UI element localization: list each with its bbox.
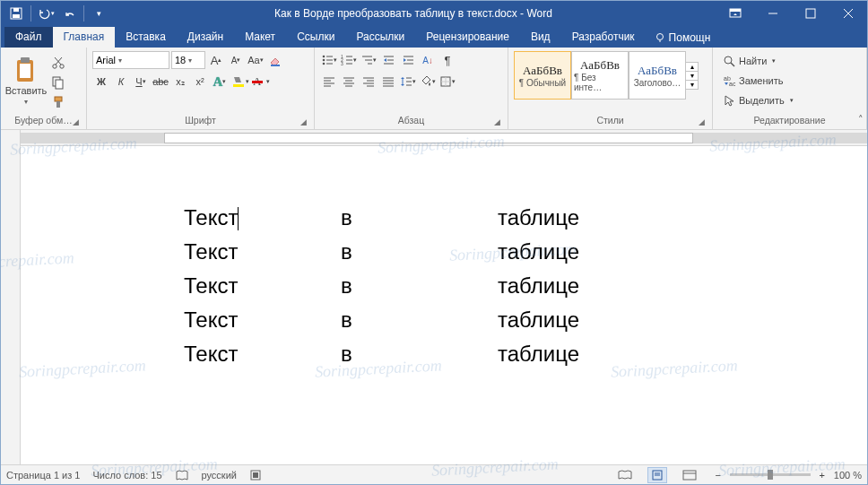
tab-view[interactable]: Вид [520,27,561,48]
status-page[interactable]: Страница 1 из 1 [6,470,80,481]
strike-button[interactable]: abc [152,73,169,91]
style-normal[interactable]: АаБбВв¶ Обычный [514,51,571,100]
superscript-button[interactable]: x² [191,73,209,91]
find-button[interactable]: Найти▾ [718,52,861,70]
tab-mailings[interactable]: Рассылки [345,27,415,48]
styles-up-button[interactable]: ▴ [686,63,698,72]
clipboard-dialog-launcher[interactable]: ◢ [73,117,79,126]
text-row[interactable]: Текствтаблице [184,342,704,367]
style-no-spacing[interactable]: АаБбВв¶ Без инте… [571,51,629,100]
text-row[interactable]: Текствтаблице [184,307,704,333]
style-heading1[interactable]: АаБбВвЗаголово… [629,51,686,100]
status-macro[interactable] [249,469,262,481]
text-effects-button[interactable]: A▾ [211,73,229,91]
styles-expand-button[interactable]: ▾ [686,81,698,89]
styles-dialog-launcher[interactable]: ◢ [699,117,705,126]
text-cell[interactable]: в [341,239,498,264]
change-case-button[interactable]: Aa▾ [247,51,265,69]
zoom-in-button[interactable]: + [816,470,829,481]
zoom-slider[interactable] [730,473,811,476]
numbering-button[interactable]: 123▾ [340,51,358,69]
paste-button[interactable]: Вставить ▾ [6,51,46,110]
bold-button[interactable]: Ж [92,73,110,91]
maximize-button[interactable] [792,1,829,26]
font-dialog-launcher[interactable]: ◢ [300,117,307,126]
text-cell[interactable]: Текст [184,239,341,264]
tab-insert[interactable]: Вставка [115,27,177,48]
close-button[interactable] [829,1,867,26]
shading-button[interactable]: ▾ [419,73,437,91]
text-row[interactable]: Текствтаблице [184,273,704,299]
collapse-ribbon-button[interactable]: ˄ [858,114,864,126]
align-left-button[interactable] [320,73,338,91]
text-cell[interactable]: таблице [498,273,655,299]
italic-button[interactable]: К [112,73,130,91]
view-print-button[interactable] [647,467,667,483]
select-button[interactable]: Выделить▾ [718,91,861,109]
save-button[interactable] [4,1,28,26]
text-cell[interactable]: в [341,205,498,230]
borders-button[interactable]: ▾ [438,73,456,91]
text-cell[interactable]: в [341,342,498,367]
copy-button[interactable] [49,74,67,91]
sort-button[interactable]: A↓ [419,51,437,69]
status-proofing[interactable] [175,469,189,481]
font-color-button[interactable]: A▾ [252,73,271,91]
tab-layout[interactable]: Макет [234,27,286,48]
vertical-ruler[interactable] [1,130,21,464]
status-word-count[interactable]: Число слов: 15 [92,470,161,481]
ribbon-options-button[interactable] [716,1,754,26]
text-cell[interactable]: Текст [184,342,341,367]
tab-design[interactable]: Дизайн [177,27,234,48]
text-cell[interactable]: таблице [498,239,655,264]
tab-file[interactable]: Файл [4,27,53,48]
font-name-combo[interactable]: Arial▾ [92,51,169,69]
grow-font-button[interactable]: A▴ [207,51,225,69]
text-cell[interactable]: таблице [498,307,655,333]
tab-review[interactable]: Рецензирование [415,27,520,48]
format-painter-button[interactable] [49,93,67,111]
view-read-button[interactable] [615,467,635,483]
text-cell[interactable]: в [341,273,498,299]
tab-home[interactable]: Главная [53,27,116,48]
indent-increase-button[interactable] [399,51,417,69]
view-web-button[interactable] [680,467,699,483]
text-cell[interactable]: Текст [184,307,341,333]
zoom-level[interactable]: 100 % [834,470,862,481]
text-row[interactable]: Текствтаблице [184,205,704,230]
text-cell[interactable]: Текст [184,205,341,230]
line-spacing-button[interactable]: ▾ [399,73,417,91]
subscript-button[interactable]: x₂ [171,73,189,91]
styles-down-button[interactable]: ▾ [686,72,698,81]
cut-button[interactable] [49,54,67,72]
redo-button[interactable] [57,1,81,26]
text-cell[interactable]: таблице [498,342,655,367]
page[interactable]: ТекствтаблицеТекствтаблицеТекствтаблицеТ… [130,153,758,428]
customize-qat-button[interactable]: ▾ [87,1,110,26]
minimize-button[interactable] [754,1,792,26]
highlight-button[interactable]: ▾ [230,73,250,91]
show-marks-button[interactable]: ¶ [438,51,456,69]
horizontal-ruler[interactable] [21,130,867,146]
text-cell[interactable]: таблице [498,205,655,230]
tell-me-search[interactable]: Помощн [646,28,720,48]
underline-button[interactable]: Ч▾ [132,73,150,91]
font-size-combo[interactable]: 18▾ [171,51,205,69]
justify-button[interactable] [379,73,397,91]
indent-decrease-button[interactable] [379,51,397,69]
multilevel-button[interactable]: ▾ [360,51,378,69]
clear-format-button[interactable] [266,51,284,69]
tab-references[interactable]: Ссылки [286,27,345,48]
text-cell[interactable]: Текст [184,273,341,299]
tab-developer[interactable]: Разработчик [561,27,646,48]
text-row[interactable]: Текствтаблице [184,239,704,264]
document-area[interactable]: ТекствтаблицеТекствтаблицеТекствтаблицеТ… [21,146,867,464]
align-center-button[interactable] [340,73,358,91]
zoom-out-button[interactable]: − [712,470,725,481]
text-cell[interactable]: в [341,307,498,333]
align-right-button[interactable] [360,73,378,91]
undo-button[interactable]: ▾ [34,1,57,26]
shrink-font-button[interactable]: A▾ [227,51,245,69]
replace-button[interactable]: abacЗаменить [718,72,861,90]
bullets-button[interactable]: ▾ [320,51,338,69]
